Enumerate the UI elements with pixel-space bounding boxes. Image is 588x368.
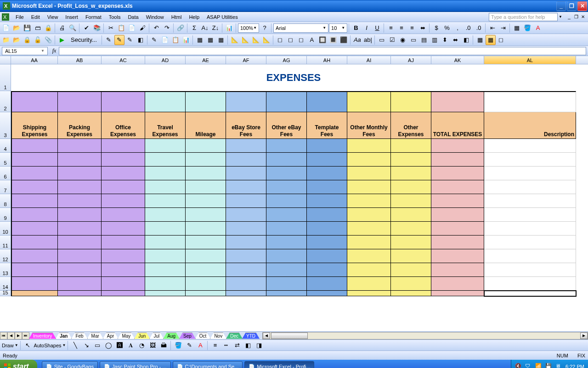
- row-header-8[interactable]: 8: [0, 194, 11, 208]
- cell-AD13[interactable]: [145, 263, 186, 277]
- tb2-n[interactable]: 📐: [251, 35, 261, 45]
- cell-AC12[interactable]: [102, 249, 145, 263]
- tb2-x1[interactable]: ▦: [475, 35, 485, 45]
- cell-AG14[interactable]: [266, 277, 307, 291]
- sheet-tab-Jan[interactable]: Jan: [56, 333, 72, 339]
- cell-AA7[interactable]: [11, 180, 58, 194]
- cell-AB12[interactable]: [58, 249, 102, 263]
- cell-AI7[interactable]: [347, 180, 391, 194]
- cell-AE6[interactable]: [186, 167, 226, 180]
- cell-AC10[interactable]: [102, 222, 145, 236]
- mdi-close[interactable]: ✕: [580, 14, 586, 20]
- oval-icon[interactable]: ◯: [103, 340, 113, 351]
- cell-AI12[interactable]: [347, 249, 391, 263]
- cell-AD7[interactable]: [145, 180, 186, 194]
- cell-AA15[interactable]: [11, 291, 58, 296]
- cut-icon[interactable]: ✂: [106, 23, 116, 33]
- help-search[interactable]: Type a question for help: [489, 13, 558, 21]
- cell-AA11[interactable]: [11, 236, 58, 249]
- cell-AI5[interactable]: [347, 153, 391, 167]
- tab-nav-3[interactable]: ⏭: [22, 332, 29, 339]
- cell-AK15[interactable]: [431, 291, 484, 296]
- col-header-AG[interactable]: AG: [266, 56, 307, 64]
- header-cell-2[interactable]: Office Expenses: [102, 112, 145, 139]
- sheet-tab-Apr[interactable]: Apr: [103, 333, 119, 339]
- clock[interactable]: 6:22 PM: [565, 364, 584, 368]
- tb2-w7[interactable]: ⬍: [440, 35, 450, 45]
- cell-AB7[interactable]: [58, 180, 102, 194]
- scroll-right-icon[interactable]: ▶: [580, 333, 588, 339]
- cell-AJ8[interactable]: [391, 194, 431, 208]
- cell-AJ12[interactable]: [391, 249, 431, 263]
- sheet-tab-Feb[interactable]: Feb: [71, 333, 87, 339]
- cell-AH6[interactable]: [307, 167, 347, 180]
- cell-AF7[interactable]: [226, 180, 266, 194]
- tb2-3[interactable]: 🔒: [22, 35, 32, 45]
- permission-icon[interactable]: 🔒: [43, 23, 53, 33]
- cell-AL9[interactable]: [484, 208, 576, 222]
- cell-AF15[interactable]: [226, 291, 266, 296]
- cell-AC11[interactable]: [102, 236, 145, 249]
- cell-AK11[interactable]: [431, 236, 484, 249]
- cell-AI8[interactable]: [347, 194, 391, 208]
- cell-AG11[interactable]: [266, 236, 307, 249]
- cell-AK13[interactable]: [431, 263, 484, 277]
- shadow-icon[interactable]: ◧: [243, 340, 253, 351]
- tb2-s[interactable]: A: [307, 35, 317, 45]
- tab-nav-1[interactable]: ◀: [7, 332, 15, 339]
- cell-AF12[interactable]: [226, 249, 266, 263]
- cell-AK4[interactable]: [431, 139, 484, 153]
- cell-AJ10[interactable]: [391, 222, 431, 236]
- cell-AA8[interactable]: [11, 194, 58, 208]
- cell-AJ6[interactable]: [391, 167, 431, 180]
- cell-AG5[interactable]: [266, 153, 307, 167]
- tray-icon-3[interactable]: 📶: [535, 363, 543, 368]
- cell-AE15[interactable]: [186, 291, 226, 296]
- cell-AG13[interactable]: [266, 263, 307, 277]
- cell-r2-AJ[interactable]: [391, 91, 431, 112]
- tb2-ab[interactable]: ab|: [363, 35, 373, 45]
- tb2-r[interactable]: ◻: [296, 35, 306, 45]
- row-header-13[interactable]: 13: [0, 263, 11, 277]
- cell-AF13[interactable]: [226, 263, 266, 277]
- tb2-b[interactable]: ✎: [114, 35, 124, 45]
- cell-AH10[interactable]: [307, 222, 347, 236]
- cell-AH7[interactable]: [307, 180, 347, 194]
- cell-AD8[interactable]: [145, 194, 186, 208]
- cell-r2-AF[interactable]: [226, 91, 266, 112]
- bold-icon[interactable]: B: [351, 23, 361, 33]
- sheet-tab-May[interactable]: May: [118, 333, 135, 339]
- col-header-AK[interactable]: AK: [431, 56, 484, 64]
- tb2-a[interactable]: ✎: [104, 35, 114, 45]
- cell-AF9[interactable]: [226, 208, 266, 222]
- cell-r2-AL[interactable]: [484, 91, 576, 112]
- align-right-icon[interactable]: ≡: [407, 23, 417, 33]
- cell-AK5[interactable]: [431, 153, 484, 167]
- cell-AI13[interactable]: [347, 263, 391, 277]
- fontsize-dropdown[interactable]: 10▼: [329, 23, 347, 33]
- cell-AA5[interactable]: [11, 153, 58, 167]
- tb2-g[interactable]: 📋: [170, 35, 181, 45]
- align-left-icon[interactable]: ≡: [386, 23, 396, 33]
- print-icon[interactable]: 🖨: [57, 23, 67, 33]
- cell-AE5[interactable]: [186, 153, 226, 167]
- cell-AJ14[interactable]: [391, 277, 431, 291]
- research-icon[interactable]: 📚: [92, 23, 102, 33]
- taskbar-button[interactable]: 📄Jasc Paint Shop Pro - ...: [100, 361, 171, 368]
- row-header-3[interactable]: 3: [0, 112, 11, 139]
- cell-AL4[interactable]: [484, 139, 576, 153]
- select-arrow-icon[interactable]: ↖: [23, 340, 33, 351]
- cell-AC6[interactable]: [102, 167, 145, 180]
- textbox-icon[interactable]: 🅰: [114, 340, 124, 351]
- tb2-w2[interactable]: ☑: [387, 35, 397, 45]
- row-header-15[interactable]: 15: [0, 291, 11, 296]
- tb2-w6[interactable]: ▥: [430, 35, 440, 45]
- cell-AG10[interactable]: [266, 222, 307, 236]
- tb2-e[interactable]: ✎: [149, 35, 159, 45]
- underline-icon[interactable]: U: [372, 23, 382, 33]
- header-cell-8[interactable]: Other Monthly Fees: [347, 112, 391, 139]
- cell-AK7[interactable]: [431, 180, 484, 194]
- saveall-icon[interactable]: 🗃: [33, 23, 43, 33]
- row-header-12[interactable]: 12: [0, 249, 11, 263]
- cell-AC13[interactable]: [102, 263, 145, 277]
